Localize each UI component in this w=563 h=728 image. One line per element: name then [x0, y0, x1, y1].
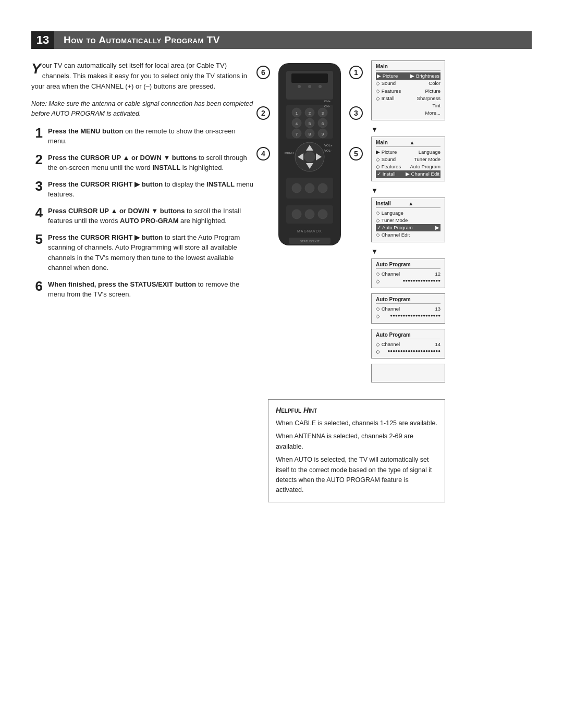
svg-point-39	[318, 183, 327, 193]
svg-text:STATUS/EXIT: STATUS/EXIT	[300, 240, 320, 243]
svg-point-43	[318, 209, 327, 219]
screen3-title: Install ▲	[376, 201, 440, 208]
svg-point-42	[305, 209, 314, 219]
step-number-2: 2	[31, 153, 43, 166]
screen1-row5: Tint	[376, 102, 440, 109]
step-label-3: 3	[349, 106, 363, 120]
screen-diagram-1: Main ▶ Picture▶ Brightness ◇ SoundColor …	[371, 60, 445, 120]
svg-point-4	[308, 85, 311, 88]
arrow1: ▼	[371, 126, 445, 133]
svg-text:1: 1	[296, 111, 298, 116]
remote-svg: 1 2 3 4 5 6 7 8 9	[268, 60, 351, 248]
svg-point-3	[298, 85, 301, 88]
screen6-row1: ◇ Channel14	[376, 341, 440, 348]
step-4: 4 Press CURSOR UP ▲ or DOWN ▼ buttons to…	[31, 206, 255, 226]
screen2-row4: ✓ Install▶ Channel Edit	[376, 170, 440, 178]
screen6-title: Auto Program	[376, 332, 440, 339]
hint-body: When CABLE is selected, channels 1-125 a…	[276, 418, 437, 496]
right-column: 6 2 4	[268, 60, 445, 502]
screen1-row2: ◇ SoundColor	[376, 80, 440, 87]
helpful-hint-box: Helpful Hint When CABLE is selected, cha…	[268, 399, 445, 502]
svg-point-34	[304, 152, 315, 162]
step-content-3: Press the CURSOR RIGHT ▶ button to displ…	[48, 179, 255, 200]
svg-text:7: 7	[296, 132, 298, 137]
screen5-row2: ◇●●●●●●●●●●●●●●●●●●●●	[376, 313, 440, 320]
svg-text:MAGNAVOX: MAGNAVOX	[297, 229, 322, 233]
page-number: 13	[31, 31, 54, 49]
svg-text:9: 9	[322, 132, 324, 137]
left-step-labels: 6 2 4	[256, 66, 270, 161]
screen3-row2: ◇ Tuner Mode	[376, 217, 440, 224]
svg-point-41	[292, 209, 301, 219]
svg-point-5	[319, 85, 322, 88]
screen1-row4: ◇ InstallSharpness	[376, 95, 440, 102]
svg-text:2: 2	[309, 111, 311, 116]
screen3-row4: ◇ Channel Edit	[376, 231, 440, 239]
left-column: Y our TV can automatically set itself fo…	[31, 60, 255, 306]
step-2: 2 Press the CURSOR UP ▲ or DOWN ▼ button…	[31, 153, 255, 173]
step-number-3: 3	[31, 179, 43, 193]
screen1-row1: ▶ Picture▶ Brightness	[376, 72, 440, 80]
svg-text:MENU: MENU	[285, 152, 294, 155]
step-label-5: 5	[349, 147, 363, 161]
step-number-5: 5	[31, 232, 43, 246]
note-paragraph: Note: Make sure the antenna or cable sig…	[31, 99, 255, 119]
svg-text:4: 4	[296, 121, 298, 126]
drop-cap: Y	[31, 61, 41, 76]
step-label-6: 6	[256, 66, 270, 79]
svg-rect-2	[291, 73, 328, 83]
screen4-title: Auto Program	[376, 262, 440, 269]
step-number-1: 1	[31, 126, 43, 140]
svg-text:VOL+: VOL+	[324, 144, 333, 147]
screen5-row1: ◇ Channel13	[376, 305, 440, 313]
remote-area: 6 2 4	[268, 60, 445, 385]
svg-text:6: 6	[322, 121, 324, 126]
step-1: 1 Press the MENU button on the remote to…	[31, 126, 255, 146]
step-content-1: Press the MENU button on the remote to s…	[48, 126, 255, 146]
hint-line-2: When ANTENNA is selected, channels 2-69 …	[276, 431, 437, 452]
screen1-row3: ◇ FeaturesPicture	[376, 88, 440, 95]
arrow2: ▼	[371, 187, 445, 194]
screens-column: Main ▶ Picture▶ Brightness ◇ SoundColor …	[371, 60, 445, 385]
svg-text:VOL-: VOL-	[324, 149, 332, 152]
step-content-5: Press the CURSOR RIGHT ▶ button to start…	[48, 232, 255, 273]
intro-text: our TV can automatically set itself for …	[31, 61, 247, 90]
svg-text:5: 5	[309, 121, 311, 126]
step-label-1: 1	[349, 66, 363, 79]
main-layout: Y our TV can automatically set itself fo…	[31, 60, 532, 502]
step-number-6: 6	[31, 279, 43, 293]
hint-title: Helpful Hint	[276, 406, 437, 414]
svg-text:CH+: CH+	[324, 100, 331, 103]
screen-diagram-4: Auto Program ◇ Channel12 ◇●●●●●●●●●●●●●●…	[371, 258, 445, 289]
step-3: 3 Press the CURSOR RIGHT ▶ button to dis…	[31, 179, 255, 200]
screen2-row1: ▶ PictureLanguage	[376, 149, 440, 156]
svg-text:8: 8	[309, 132, 311, 137]
svg-point-37	[292, 183, 301, 193]
page-header: 13 How to Automatically Program TV	[31, 31, 532, 49]
screen2-row2: ◇ SoundTuner Mode	[376, 156, 440, 163]
remote-illustration: 6 2 4	[268, 60, 351, 250]
step-5: 5 Press the CURSOR RIGHT ▶ button to sta…	[31, 232, 255, 273]
step-content-2: Press the CURSOR UP ▲ or DOWN ▼ buttons …	[48, 153, 255, 173]
svg-point-38	[305, 183, 314, 193]
screen-diagram-2: Main ▲ ▶ PictureLanguage ◇ SoundTuner Mo…	[371, 137, 445, 181]
screen-diagram-5: Auto Program ◇ Channel13 ◇●●●●●●●●●●●●●●…	[371, 293, 445, 324]
step-content-6: When finished, press the STATUS/EXIT but…	[48, 279, 255, 300]
svg-text:CH-: CH-	[324, 105, 330, 108]
screen-diagram-6: Auto Program ◇ Channel14 ◇●●●●●●●●●●●●●●…	[371, 329, 445, 359]
screen5-title: Auto Program	[376, 297, 440, 304]
intro-paragraph: Y our TV can automatically set itself fo…	[31, 60, 255, 92]
screen4-row2: ◇●●●●●●●●●●●●●●●	[376, 278, 440, 285]
hint-line-3: When AUTO is selected, the TV will autom…	[276, 455, 437, 496]
screen3-row3: ✓ Auto Program▶	[376, 224, 440, 231]
screen1-row6: More...	[376, 109, 440, 117]
page-title: How to Automatically Program TV	[54, 31, 532, 49]
screen2-row3: ◇ FeaturesAuto Program	[376, 163, 440, 170]
screen6-row2: ◇●●●●●●●●●●●●●●●●●●●●●	[376, 348, 440, 355]
screen3-row1: ◇ Language	[376, 209, 440, 217]
step-number-4: 4	[31, 206, 43, 219]
step-label-4: 4	[256, 147, 270, 161]
step-label-2: 2	[256, 106, 270, 120]
screen-diagram-3: Install ▲ ◇ Language ◇ Tuner Mode ✓ Auto…	[371, 198, 445, 242]
svg-text:3: 3	[322, 111, 324, 116]
